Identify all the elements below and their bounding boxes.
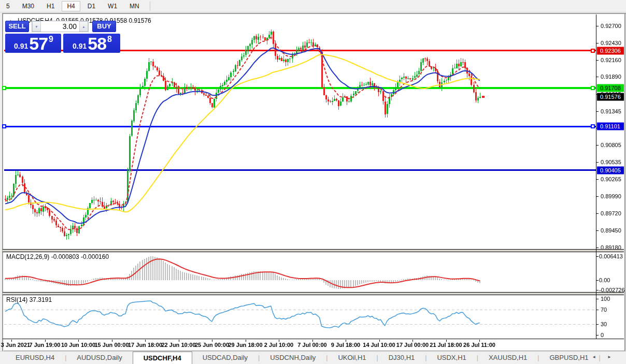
buy-price-display[interactable]: 0.91 58 8 [63, 34, 120, 53]
buy-button[interactable]: BUY [92, 21, 116, 32]
timeframe-button-5[interactable]: 5 [1, 1, 15, 11]
timeframe-button-w1[interactable]: W1 [103, 1, 122, 11]
sell-price-pip: 9 [49, 35, 53, 44]
chart-tab-usdchf[interactable]: USDCHF,H4 [133, 352, 192, 364]
chart-canvas[interactable] [0, 0, 626, 364]
timeframe-toolbar: 5M30H1H4D1W1MN [0, 0, 626, 12]
sell-button[interactable]: SELL [5, 21, 29, 32]
buy-price-prefix: 0.91 [73, 42, 87, 50]
buy-price-pip: 8 [107, 35, 112, 44]
mt4-window: { "toolbar": { "timeframes": ["5","M30",… [0, 0, 626, 364]
chart-tab-bar: EURUSD,H4|AUDUSD,DailyUSDCHF,H4USDCAD,Da… [0, 351, 626, 364]
sell-price-big: 57 [29, 37, 48, 51]
timeframe-button-m30[interactable]: M30 [17, 1, 39, 11]
tab-scroll-right-button[interactable]: ► [607, 355, 611, 359]
buy-price-big: 58 [88, 37, 106, 51]
volume-increase-button[interactable]: ▲ [79, 21, 88, 32]
chart-tab-usdcad[interactable]: USDCAD,Daily [192, 352, 258, 364]
volume-decrease-button[interactable]: ▼ [32, 21, 41, 32]
chart-tab-dj30[interactable]: DJ30,H1 [378, 352, 425, 364]
toolbar-separator [150, 2, 150, 11]
timeframe-button-mn[interactable]: MN [124, 1, 145, 11]
chart-tab-usdcnh[interactable]: USDCNH,Daily [260, 352, 326, 364]
chart-tab-gbpusd[interactable]: GBPUSD,H1 [539, 352, 599, 364]
chart-tab-usdx[interactable]: USDX,H1 [426, 352, 476, 364]
tab-scroll-left-button[interactable]: ◄ [592, 355, 596, 359]
volume-field[interactable]: 3.00 [41, 21, 79, 32]
sell-price-display[interactable]: 0.91 57 9 [5, 34, 61, 53]
sell-price-prefix: 0.91 [14, 42, 28, 50]
chart-tab-ukoil[interactable]: UKOil,H1 [328, 352, 376, 364]
timeframe-button-d1[interactable]: D1 [82, 1, 101, 11]
chart-tab-eurusd[interactable]: EURUSD,H4 [5, 352, 65, 364]
timeframe-button-h4[interactable]: H4 [62, 1, 80, 11]
timeframe-button-h1[interactable]: H1 [41, 1, 60, 11]
chart-tab-audusd[interactable]: AUDUSD,Daily [66, 352, 132, 364]
chart-tab-xauusd[interactable]: XAUUSD,H1 [478, 352, 537, 364]
volume-spinner: ▼ 3.00 ▲ [32, 21, 89, 32]
one-click-trade-panel: SELL ▼ 3.00 ▲ BUY 0.91 57 9 0.91 58 8 [5, 21, 120, 53]
